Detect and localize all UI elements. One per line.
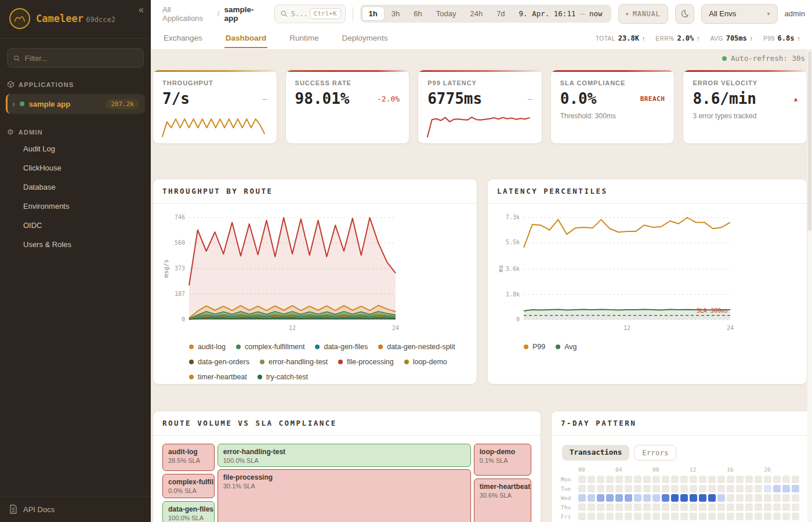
legend-item-error-handling-test[interactable]: error-handling-test <box>260 358 328 366</box>
sidebar-item-audit-log[interactable]: Audit Log <box>0 140 151 158</box>
search-input[interactable] <box>291 10 306 18</box>
legend-item-loop-demo[interactable]: loop-demo <box>404 358 447 366</box>
heatmap-cell <box>745 476 753 483</box>
kpi-delta: -2.0% <box>377 95 400 103</box>
heatmap-cell <box>773 494 781 502</box>
legend-item-data-gen-files[interactable]: data-gen-files <box>315 343 368 351</box>
sidebar-item-environments[interactable]: Environments <box>0 197 151 215</box>
scrollbar-thumb[interactable] <box>808 51 811 231</box>
heatmap-cell <box>782 503 790 511</box>
hour-label: 08 <box>652 466 659 473</box>
seven-day-heatmap: 000408121620MonTueWedThuFriSatSun <box>561 466 801 522</box>
env-select[interactable]: All Envs ▾ <box>701 4 777 24</box>
legend-item-p99[interactable]: P99 <box>524 343 545 351</box>
heatmap-cell <box>634 494 641 502</box>
svg-text:24: 24 <box>727 325 734 331</box>
treemap-tile-audit-log[interactable]: audit-log28.5% SLA <box>162 444 215 471</box>
tile-sla: 0.0% SLA <box>168 487 209 494</box>
heatmap-cell <box>782 494 790 502</box>
heatmap-cell <box>680 513 688 520</box>
legend-item-data-gen-nested-split[interactable]: data-gen-nested-split <box>378 343 455 351</box>
sidebar-item-sample-app[interactable]: › sample app 207.2k <box>6 94 145 114</box>
legend-item-timer-heartbeat[interactable]: timer-heartbeat <box>189 373 247 381</box>
treemap-tile-error-handling-test[interactable]: error-handling-test100.0% SLA <box>217 444 472 467</box>
toggle-transactions[interactable]: Transactions <box>562 445 629 461</box>
legend-label: error-handling-test <box>269 358 328 366</box>
panel-route-sla: ROUTE VOLUME VS SLA COMPLIANCE audit-log… <box>153 411 541 522</box>
heatmap-cell <box>634 485 641 492</box>
treemap-tile-complex-fulfil-[interactable]: complex-fulfil...0.0% SLA <box>162 474 215 498</box>
stat-value: 2.0% <box>677 34 694 42</box>
time-range-7d[interactable]: 7d <box>490 6 512 21</box>
sidebar-item-api-docs[interactable]: API Docs <box>0 496 151 522</box>
legend-dot-icon <box>556 345 560 349</box>
heatmap-cell <box>680 476 688 483</box>
tab-runtime[interactable]: Runtime <box>288 28 320 48</box>
legend-item-file-processing[interactable]: file-processing <box>338 358 394 366</box>
time-range-6h[interactable]: 6h <box>407 6 429 21</box>
sidebar-filter[interactable] <box>7 48 144 68</box>
kpi-subtext: Threshold: 300ms <box>560 112 665 120</box>
legend-item-audit-log[interactable]: audit-log <box>189 343 226 351</box>
manual-refresh-button[interactable]: ● MANUAL <box>618 4 668 24</box>
legend-label: data-gen-nested-split <box>387 343 455 351</box>
svg-text:12: 12 <box>289 325 296 331</box>
scrollbar-track[interactable] <box>807 50 812 522</box>
heatmap-cell <box>671 476 679 483</box>
heatmap-cell <box>690 494 697 502</box>
heatmap-cell <box>606 494 614 502</box>
legend-item-avg[interactable]: Avg <box>556 343 577 351</box>
heatmap-cell <box>597 503 604 511</box>
breadcrumb-separator: / <box>217 9 220 18</box>
breadcrumb-all-applications[interactable]: All Applications <box>162 5 213 23</box>
time-range-24h[interactable]: 24h <box>463 6 490 21</box>
tab-deployments[interactable]: Deployments <box>341 28 389 48</box>
user-menu[interactable]: admin <box>785 9 806 18</box>
treemap-tile-loop-demo[interactable]: loop-demo0.1% SLA <box>474 444 531 476</box>
admin-nav: Audit LogClickHouseDatabaseEnvironmentsO… <box>0 140 151 255</box>
kpi-label: P99 LATENCY <box>427 79 532 86</box>
kpi-accent-bar <box>153 70 277 72</box>
time-range-3h[interactable]: 3h <box>385 6 407 21</box>
cube-icon <box>7 81 14 88</box>
dark-mode-toggle[interactable] <box>675 4 695 24</box>
search-shortcut: Ctrl+K <box>310 8 341 19</box>
global-search[interactable]: Ctrl+K <box>274 5 346 23</box>
kpi-value: 0.0% <box>560 90 597 107</box>
legend-dot-icon <box>260 360 264 364</box>
svg-text:187: 187 <box>175 291 185 297</box>
heatmap-cell <box>597 485 604 492</box>
time-range-display[interactable]: 9. Apr. 16:11 — now <box>512 9 610 18</box>
tab-dashboard[interactable]: Dashboard <box>224 28 268 48</box>
heatmap-cell <box>606 476 614 483</box>
tile-sla: 28.5% SLA <box>168 457 209 464</box>
legend-label: complex-fulfillment <box>245 343 305 351</box>
sidebar-item-clickhouse[interactable]: ClickHouse <box>0 159 151 177</box>
heatmap-cell <box>671 485 679 492</box>
stat-label: AVG <box>710 35 723 42</box>
treemap-tile-timer-heartbeat[interactable]: timer-heartbeat30.6% SLA <box>474 478 531 522</box>
sidebar-item-users-roles[interactable]: Users & Roles <box>0 235 151 253</box>
expand-chevron-icon[interactable]: › <box>12 99 15 108</box>
time-range-today[interactable]: Today <box>429 6 463 21</box>
treemap-tile-data-gen-files[interactable]: data-gen-files100.0% SLA <box>162 501 215 522</box>
toggle-errors[interactable]: Errors <box>634 445 676 461</box>
legend-dot-icon <box>315 345 320 349</box>
svg-text:746: 746 <box>175 214 185 220</box>
heatmap-cell <box>652 503 660 511</box>
admin-section-label: ⚙ ADMIN <box>7 128 144 136</box>
treemap-tile-file-processing[interactable]: file-processing30.1% SLA <box>217 469 472 522</box>
heatmap-cell <box>699 485 706 492</box>
legend-item-data-gen-orders[interactable]: data-gen-orders <box>189 358 249 366</box>
legend-dot-icon <box>338 360 343 364</box>
legend-item-try-catch-test[interactable]: try-catch-test <box>258 373 308 381</box>
kpi-delta: – <box>528 95 532 103</box>
heatmap-cell <box>745 494 753 502</box>
sidebar-collapse-icon[interactable]: « <box>139 5 144 15</box>
time-range-1h[interactable]: 1h <box>362 6 385 21</box>
filter-input[interactable] <box>25 54 137 63</box>
sidebar-item-oidc[interactable]: OIDC <box>0 216 151 234</box>
legend-item-complex-fulfillment[interactable]: complex-fulfillment <box>236 343 305 351</box>
tab-exchanges[interactable]: Exchanges <box>162 28 204 48</box>
sidebar-item-database[interactable]: Database <box>0 178 151 196</box>
